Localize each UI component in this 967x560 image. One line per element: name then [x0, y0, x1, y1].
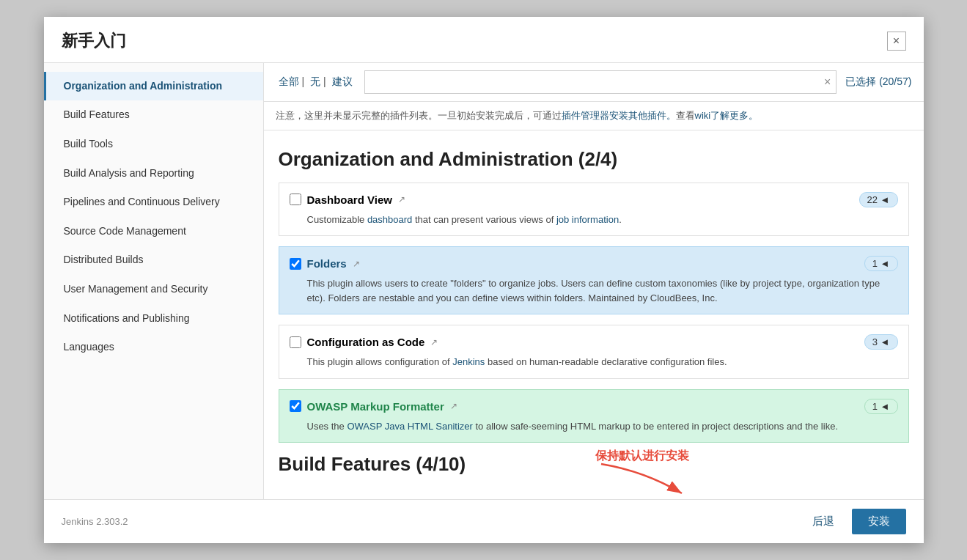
dialog-header: 新手入门 ×: [44, 17, 924, 63]
plugin-header-dashboard: Dashboard View ↗ 22 ◄: [290, 192, 898, 207]
search-clear-button[interactable]: ×: [824, 75, 831, 89]
plugin-name-dashboard: Dashboard View: [307, 194, 392, 206]
main-dialog: 新手入门 × Organization and AdministrationBu…: [44, 17, 924, 544]
owasp-link[interactable]: OWASP Java HTML Sanitizer: [347, 421, 472, 432]
plugin-checkbox-config[interactable]: [290, 336, 301, 348]
content-area: Organization and Administration (2/4) Da…: [264, 130, 924, 500]
sidebar-item-pipelines[interactable]: Pipelines and Continuous Delivery: [44, 188, 263, 217]
close-button[interactable]: ×: [887, 32, 906, 51]
plugin-card-owasp: OWASP Markup Formatter ↗ 1 ◄ Uses the OW…: [279, 389, 909, 443]
filter-suggest-link[interactable]: 建议: [329, 75, 356, 89]
sidebar-item-build-features[interactable]: Build Features: [44, 100, 263, 130]
plugin-header-folders: Folders ↗ 1 ◄: [290, 256, 898, 271]
back-button[interactable]: 后退: [804, 510, 843, 533]
toolbar: 全部 无 建议 × 已选择 (20/57): [264, 63, 924, 102]
footer-actions: 后退 安装: [804, 509, 906, 534]
sidebar-item-distributed[interactable]: Distributed Builds: [44, 246, 263, 275]
plugin-card-dashboard-view: Dashboard View ↗ 22 ◄ Customizable dashb…: [279, 183, 909, 237]
notice-bar: 注意，这里并未显示完整的插件列表。一旦初始安装完成后，可通过插件管理器安装其他插…: [264, 102, 924, 130]
plugin-badge-folders: 1 ◄: [864, 256, 898, 271]
plugin-badge-dashboard: 22 ◄: [859, 192, 898, 207]
search-input[interactable]: [364, 70, 837, 94]
plugin-desc-dashboard: Customizable dashboard that can present …: [290, 213, 898, 227]
notice-text: 注意，这里并未显示完整的插件列表。一旦初始安装完成后，可通过插件管理器安装其他插…: [276, 110, 759, 121]
filter-all-link[interactable]: 全部: [276, 75, 308, 89]
sidebar: Organization and AdministrationBuild Fea…: [44, 63, 264, 500]
filter-none-link[interactable]: 无: [307, 75, 329, 89]
sidebar-item-languages[interactable]: Languages: [44, 333, 263, 362]
plugin-checkbox-owasp[interactable]: [290, 400, 301, 412]
sidebar-item-source-code[interactable]: Source Code Management: [44, 217, 263, 246]
sidebar-item-org-admin[interactable]: Organization and Administration: [44, 72, 263, 101]
footer-version: Jenkins 2.303.2: [62, 516, 128, 527]
install-button[interactable]: 安装: [852, 509, 906, 534]
section-title: Organization and Administration (2/4): [279, 148, 909, 171]
plugin-checkbox-folders[interactable]: [290, 258, 301, 270]
plugin-badge-config: 3 ◄: [864, 334, 898, 350]
build-features-title: Build Features (4/10): [279, 453, 909, 476]
main-content: 全部 无 建议 × 已选择 (20/57) 注意，这里并未显示完整的插件列表。一…: [264, 63, 924, 500]
selected-count: 已选择 (20/57): [845, 75, 911, 89]
sidebar-item-build-analysis[interactable]: Build Analysis and Reporting: [44, 159, 263, 188]
plugin-header-config: Configuration as Code ↗ 3 ◄: [290, 334, 898, 350]
plugin-link-icon-folders[interactable]: ↗: [353, 259, 360, 269]
search-wrapper: ×: [364, 70, 837, 94]
plugin-badge-owasp: 1 ◄: [864, 399, 898, 414]
plugin-link-icon-dashboard[interactable]: ↗: [398, 194, 405, 205]
dialog-title: 新手入门: [62, 30, 126, 52]
plugin-header-owasp: OWASP Markup Formatter ↗ 1 ◄: [290, 399, 898, 414]
plugin-manager-link[interactable]: 插件管理器安装其他插件。: [562, 110, 676, 121]
footer: Jenkins 2.303.2 保持默认进行安装 后退 安装: [44, 499, 924, 543]
wiki-link[interactable]: wiki了解更多。: [695, 110, 759, 121]
plugin-link-icon-owasp[interactable]: ↗: [450, 401, 457, 411]
filter-links: 全部 无 建议: [276, 75, 356, 89]
plugin-link-icon-config[interactable]: ↗: [430, 337, 438, 347]
sidebar-item-notifications[interactable]: Notifications and Publishing: [44, 304, 263, 334]
plugin-name-folders: Folders: [307, 257, 347, 270]
plugin-desc-folders: This plugin allows users to create "fold…: [290, 276, 898, 305]
sidebar-item-build-tools[interactable]: Build Tools: [44, 130, 263, 159]
sidebar-item-user-mgmt[interactable]: User Management and Security: [44, 275, 263, 304]
dialog-body: Organization and AdministrationBuild Fea…: [44, 63, 924, 500]
plugin-card-folders: Folders ↗ 1 ◄ This plugin allows users t…: [279, 246, 909, 314]
plugin-checkbox-dashboard[interactable]: [290, 194, 301, 205]
plugin-name-config: Configuration as Code: [307, 336, 425, 348]
plugin-desc-config: This plugin allows configuration of Jenk…: [290, 355, 898, 369]
plugin-card-config-as-code: Configuration as Code ↗ 3 ◄ This plugin …: [279, 325, 909, 379]
plugin-desc-owasp: Uses the OWASP Java HTML Sanitizer to al…: [290, 419, 898, 434]
plugin-name-owasp: OWASP Markup Formatter: [307, 400, 444, 413]
